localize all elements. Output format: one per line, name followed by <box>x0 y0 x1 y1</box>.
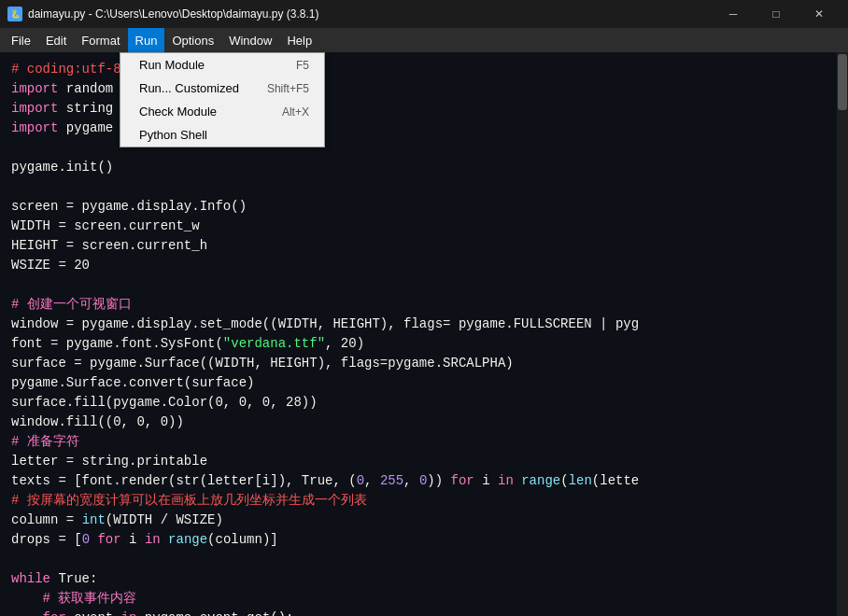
title-bar: 🐍 daimayu.py - C:\Users\Lenovo\Desktop\d… <box>0 0 848 28</box>
dropdown-check-module-label: Check Module <box>139 105 217 119</box>
run-dropdown: Run Module F5 Run... Customized Shift+F5… <box>120 52 325 147</box>
code-line-11: WSIZE = 20 <box>11 256 837 275</box>
menu-file[interactable]: File <box>4 28 38 52</box>
code-line-18: surface.fill(pygame.Color(0, 0, 0, 28)) <box>11 393 837 413</box>
code-line-28: # 获取事件内容 <box>11 589 837 609</box>
code-line-13: # 创建一个可视窗口 <box>11 295 837 315</box>
code-line-29: for event in pygame.event.get(): <box>11 609 837 616</box>
code-line-14: window = pygame.display.set_mode((WIDTH,… <box>11 315 837 334</box>
title-bar-controls: ─ □ ✕ <box>712 0 841 28</box>
dropdown-run-customized-shortcut: Shift+F5 <box>267 82 309 95</box>
code-line-7 <box>11 177 837 197</box>
menu-edit[interactable]: Edit <box>38 28 74 52</box>
dropdown-python-shell[interactable]: Python Shell <box>120 123 324 147</box>
menu-run[interactable]: Run <box>128 28 165 52</box>
code-line-21: letter = string.printable <box>11 452 837 471</box>
code-line-19: window.fill((0, 0, 0)) <box>11 413 837 432</box>
menu-window[interactable]: Window <box>221 28 279 52</box>
maximize-button[interactable]: □ <box>755 0 798 28</box>
minimize-button[interactable]: ─ <box>712 0 755 28</box>
window-title: daimayu.py - C:\Users\Lenovo\Desktop\dai… <box>28 7 318 21</box>
scrollbar-thumb[interactable] <box>838 54 847 110</box>
code-line-6: pygame.init() <box>11 158 837 177</box>
code-line-26 <box>11 550 837 569</box>
dropdown-run-module[interactable]: Run Module F5 <box>120 53 324 77</box>
dropdown-run-customized-label: Run... Customized <box>139 81 239 95</box>
dropdown-run-customized[interactable]: Run... Customized Shift+F5 <box>120 77 324 100</box>
code-line-23: # 按屏幕的宽度计算可以在画板上放几列坐标并生成一个列表 <box>11 491 837 511</box>
menu-help[interactable]: Help <box>279 28 319 52</box>
code-line-24: column = int(WIDTH / WSIZE) <box>11 511 837 530</box>
code-line-17: pygame.Surface.convert(surface) <box>11 373 837 393</box>
dropdown-python-shell-label: Python Shell <box>139 128 207 142</box>
code-line-12 <box>11 275 837 295</box>
close-button[interactable]: ✕ <box>798 0 841 28</box>
menu-bar: File Edit Format Run Options Window Help… <box>0 28 848 52</box>
dropdown-check-module-shortcut: Alt+X <box>282 105 309 119</box>
dropdown-run-module-label: Run Module <box>139 58 205 72</box>
app-icon-label: 🐍 <box>10 9 21 19</box>
scrollbar[interactable] <box>837 52 848 616</box>
code-line-8: screen = pygame.display.Info() <box>11 197 837 217</box>
code-line-20: # 准备字符 <box>11 432 837 452</box>
code-line-9: WIDTH = screen.current_w <box>11 217 837 236</box>
code-line-27: while True: <box>11 569 837 589</box>
menu-options[interactable]: Options <box>164 28 221 52</box>
title-bar-left: 🐍 daimayu.py - C:\Users\Lenovo\Desktop\d… <box>7 7 318 21</box>
code-line-16: surface = pygame.Surface((WIDTH, HEIGHT)… <box>11 354 837 373</box>
code-line-25: drops = [0 for i in range(column)] <box>11 530 837 550</box>
code-line-10: HEIGHT = screen.current_h <box>11 236 837 256</box>
dropdown-run-module-shortcut: F5 <box>296 59 309 72</box>
app-icon: 🐍 <box>7 7 22 21</box>
code-line-15: font = pygame.font.SysFont("verdana.ttf"… <box>11 334 837 354</box>
menu-format[interactable]: Format <box>74 28 127 52</box>
code-line-22: texts = [font.render(str(letter[i]), Tru… <box>11 471 837 491</box>
dropdown-check-module[interactable]: Check Module Alt+X <box>120 100 324 123</box>
